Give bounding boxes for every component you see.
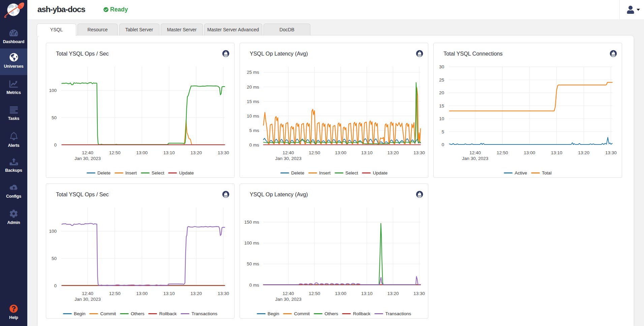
- svg-text:10 ms: 10 ms: [247, 113, 259, 119]
- svg-text:25 ms: 25 ms: [247, 70, 259, 75]
- svg-text:5 ms: 5 ms: [249, 128, 259, 133]
- svg-text:13:20: 13:20: [190, 150, 202, 155]
- svg-text:12:50: 12:50: [309, 291, 320, 296]
- svg-text:YSQL Op Latency (Avg): YSQL Op Latency (Avg): [250, 191, 308, 197]
- svg-text:12:50: 12:50: [109, 291, 121, 296]
- svg-text:Jan 30, 2023: Jan 30, 2023: [275, 156, 301, 161]
- svg-text:13:20: 13:20: [387, 291, 399, 296]
- svg-text:Total YSQL Connections: Total YSQL Connections: [443, 51, 502, 57]
- svg-text:13:20: 13:20: [190, 291, 202, 296]
- svg-text:Total YSQL Ops / Sec: Total YSQL Ops / Sec: [56, 51, 109, 57]
- svg-text:YSQL Op Latency (Avg): YSQL Op Latency (Avg): [250, 51, 308, 57]
- svg-text:13:20: 13:20: [387, 150, 399, 155]
- svg-text:12:40: 12:40: [283, 291, 294, 296]
- svg-text:13:30: 13:30: [605, 150, 617, 155]
- svg-text:100: 100: [49, 229, 57, 234]
- svg-text:Jan 30, 2023: Jan 30, 2023: [275, 297, 301, 302]
- svg-text:12:50: 12:50: [497, 150, 508, 155]
- svg-text:12:40: 12:40: [82, 150, 93, 155]
- svg-text:0: 0: [54, 142, 57, 148]
- svg-text:30: 30: [439, 64, 444, 69]
- svg-text:50: 50: [52, 256, 57, 261]
- svg-text:10: 10: [439, 116, 444, 121]
- svg-text:0 ms: 0 ms: [249, 283, 259, 288]
- svg-text:50 ms: 50 ms: [247, 261, 259, 266]
- svg-text:13:00: 13:00: [136, 291, 148, 296]
- svg-text:25: 25: [439, 77, 444, 83]
- svg-text:13:30: 13:30: [218, 291, 229, 296]
- svg-text:20: 20: [439, 90, 444, 95]
- svg-text:0: 0: [441, 142, 444, 147]
- svg-text:13:00: 13:00: [335, 150, 346, 155]
- svg-text:12:50: 12:50: [309, 150, 320, 155]
- svg-text:12:40: 12:40: [82, 291, 93, 296]
- svg-text:13:20: 13:20: [578, 150, 589, 155]
- svg-text:15 ms: 15 ms: [247, 99, 259, 104]
- svg-text:13:10: 13:10: [163, 150, 175, 155]
- svg-text:0 ms: 0 ms: [249, 142, 259, 148]
- svg-text:100 ms: 100 ms: [244, 240, 259, 246]
- svg-text:13:30: 13:30: [218, 150, 229, 155]
- svg-text:13:30: 13:30: [413, 150, 425, 155]
- svg-text:13:10: 13:10: [361, 291, 373, 296]
- svg-text:15: 15: [439, 103, 444, 108]
- svg-text:13:10: 13:10: [163, 291, 175, 296]
- svg-text:13:30: 13:30: [413, 291, 425, 296]
- svg-text:12:50: 12:50: [109, 150, 121, 155]
- svg-text:Jan 30, 2023: Jan 30, 2023: [462, 156, 488, 161]
- svg-text:Total YSQL Ops / Sec: Total YSQL Ops / Sec: [56, 191, 109, 197]
- svg-text:13:00: 13:00: [335, 291, 346, 296]
- svg-text:150 ms: 150 ms: [244, 220, 259, 225]
- svg-text:12:40: 12:40: [283, 150, 294, 155]
- svg-text:0: 0: [54, 283, 57, 288]
- svg-text:20 ms: 20 ms: [247, 85, 259, 90]
- svg-text:13:10: 13:10: [551, 150, 562, 155]
- svg-text:13:00: 13:00: [136, 150, 148, 155]
- svg-text:12:40: 12:40: [469, 150, 481, 155]
- svg-text:50: 50: [52, 115, 57, 120]
- svg-text:13:10: 13:10: [361, 150, 373, 155]
- svg-text:Jan 30, 2023: Jan 30, 2023: [74, 156, 101, 161]
- svg-text:Jan 30, 2023: Jan 30, 2023: [74, 297, 101, 302]
- svg-text:5: 5: [441, 129, 444, 134]
- svg-text:100: 100: [49, 88, 57, 93]
- svg-text:13:00: 13:00: [524, 150, 535, 155]
